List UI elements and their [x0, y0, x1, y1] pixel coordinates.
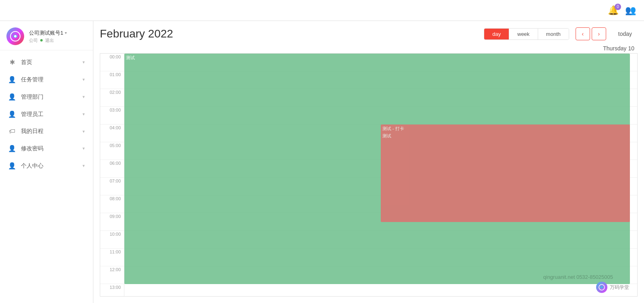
view-day-button[interactable]: day [484, 29, 509, 39]
calendar-grid: 00:00 01:00 02:00 03:00 04:00 05:00 06:0… [100, 53, 638, 297]
home-icon: ✱ [8, 58, 16, 66]
time-grid: 测试 测试 - 打卡 测试 [124, 54, 637, 296]
calendar-title: February 2022 [100, 27, 477, 40]
time-slot-0000: 00:00 [100, 54, 124, 71]
brand-status-dot [40, 39, 43, 42]
time-slot-0800: 08:00 [100, 195, 124, 213]
password-icon: 👤 [8, 145, 16, 152]
nav-chevron-icon: ▾ [83, 112, 85, 117]
main-layout: 公司测试账号1 ▾ 公司 退出 ✱ 首页 ▾ 👤 任务管理 ▾ [0, 21, 644, 303]
notification-badge: 0 [615, 4, 621, 10]
user-icon[interactable]: 👥 [625, 5, 636, 16]
topbar: 🔔 0 👥 [0, 0, 644, 21]
calendar-day-header: Thursday 10 [100, 45, 638, 52]
time-slot-1300: 13:00 [100, 284, 124, 296]
brand-sub: 公司 退出 [29, 37, 87, 44]
sidebar-item-profile[interactable]: 👤 个人中心 ▾ [0, 157, 93, 174]
time-row [124, 284, 637, 296]
time-slot-0600: 06:00 [100, 160, 124, 178]
time-slot-1200: 12:00 [100, 266, 124, 284]
sidebar-item-employee[interactable]: 👤 管理员工 ▾ [0, 106, 93, 123]
nav-chevron-icon: ▾ [83, 163, 85, 168]
sidebar-brand: 公司测试账号1 ▾ 公司 退出 [0, 21, 93, 50]
time-slot-0200: 02:00 [100, 89, 124, 107]
sidebar-nav: ✱ 首页 ▾ 👤 任务管理 ▾ 👤 管理部门 ▾ 👤 管理员工 ▾ 🏷 [0, 50, 93, 178]
time-slot-1000: 10:00 [100, 231, 124, 249]
calendar-area: February 2022 day week month ‹ › today T… [93, 21, 644, 303]
brand-info: 公司测试账号1 ▾ 公司 退出 [29, 29, 87, 44]
sidebar-item-label: 我的日程 [21, 128, 78, 135]
view-week-button[interactable]: week [509, 29, 538, 39]
sidebar-item-label: 任务管理 [21, 76, 78, 83]
brand-name[interactable]: 公司测试账号1 ▾ [29, 29, 87, 37]
next-button[interactable]: › [592, 27, 606, 40]
time-slot-0400: 04:00 [100, 125, 124, 142]
view-buttons: day week month [484, 28, 569, 40]
bell-icon-wrap[interactable]: 🔔 0 [608, 5, 619, 16]
event-red[interactable]: 测试 - 打卡 测试 [381, 125, 630, 222]
employee-icon: 👤 [8, 110, 16, 118]
nav-chevron-icon: ▾ [83, 60, 85, 65]
nav-chevron-icon: ▾ [83, 77, 85, 82]
sidebar-item-password[interactable]: 👤 修改密码 ▾ [0, 140, 93, 157]
sidebar-item-label: 管理部门 [21, 93, 78, 101]
nav-chevron-icon: ▾ [83, 146, 85, 151]
time-column: 00:00 01:00 02:00 03:00 04:00 05:00 06:0… [100, 54, 124, 296]
sidebar-item-label: 首页 [21, 59, 78, 66]
sidebar-item-task[interactable]: 👤 任务管理 ▾ [0, 71, 93, 88]
task-icon: 👤 [8, 76, 16, 83]
svg-point-1 [14, 35, 17, 37]
time-slot-0900: 09:00 [100, 213, 124, 231]
brand-dropdown-arrow: ▾ [65, 31, 67, 35]
logout-link[interactable]: 退出 [45, 37, 54, 44]
event-red-label: 测试 - 打卡 [381, 125, 406, 132]
sidebar-item-label: 个人中心 [21, 162, 78, 170]
sidebar: 公司测试账号1 ▾ 公司 退出 ✱ 首页 ▾ 👤 任务管理 ▾ [0, 21, 93, 303]
dept-icon: 👤 [8, 93, 16, 101]
time-slot-0300: 03:00 [100, 107, 124, 125]
nav-chevron-icon: ▾ [83, 94, 85, 100]
sidebar-item-schedule[interactable]: 🏷 我的日程 ▾ [0, 123, 93, 140]
sidebar-item-label: 修改密码 [21, 145, 78, 152]
view-month-button[interactable]: month [538, 29, 569, 39]
schedule-icon: 🏷 [8, 128, 16, 135]
nav-chevron-icon: ▾ [83, 129, 85, 134]
sidebar-item-home[interactable]: ✱ 首页 ▾ [0, 54, 93, 71]
time-slot-0700: 07:00 [100, 178, 124, 195]
sidebar-item-label: 管理员工 [21, 111, 78, 118]
event-red-sublabel: 测试 [381, 133, 393, 139]
event-green-label: 测试 [124, 54, 136, 61]
events-column[interactable]: 测试 测试 - 打卡 测试 qingruanit.net 0532-850250… [124, 54, 637, 296]
profile-icon: 👤 [8, 162, 16, 170]
calendar-header: February 2022 day week month ‹ › today [100, 27, 638, 40]
time-slot-0100: 01:00 [100, 71, 124, 89]
brand-logo [6, 27, 24, 45]
calendar-nav-arrows: ‹ › [576, 27, 606, 40]
time-slot-1100: 11:00 [100, 249, 124, 266]
today-button[interactable]: today [613, 28, 638, 39]
time-slot-0500: 05:00 [100, 142, 124, 160]
topbar-icons: 🔔 0 👥 [608, 5, 636, 16]
sidebar-item-dept[interactable]: 👤 管理部门 ▾ [0, 88, 93, 106]
prev-button[interactable]: ‹ [576, 27, 590, 40]
